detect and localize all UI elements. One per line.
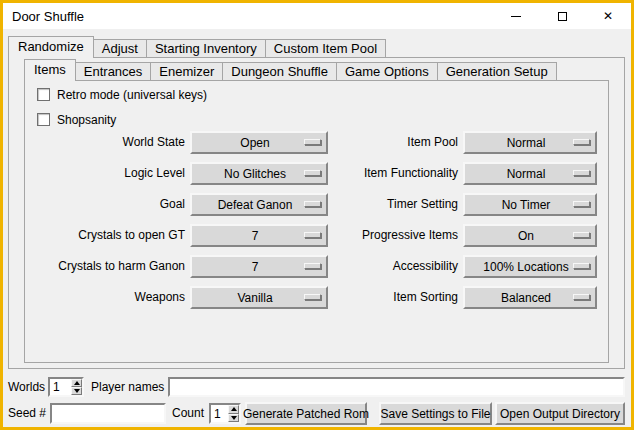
close-icon: ✕ (603, 10, 613, 22)
tab-adjust[interactable]: Adjust (93, 39, 147, 58)
tab-randomize[interactable]: Randomize (8, 36, 94, 58)
item-functionality-value: Normal (507, 167, 546, 181)
item-pool-value: Normal (507, 136, 546, 150)
generate-patched-rom-button[interactable]: Generate Patched Rom (245, 402, 367, 425)
titlebar[interactable]: Door Shuffle ✕ (3, 3, 631, 29)
accessibility-value: 100% Locations (483, 260, 568, 274)
spinner-up-icon[interactable] (71, 379, 82, 387)
item-functionality-label: Item Functionality (298, 162, 458, 185)
progressive-items-label: Progressive Items (298, 224, 458, 247)
tab-generation-setup[interactable]: Generation Setup (437, 62, 557, 81)
logic-level-label: Logic Level (21, 162, 185, 185)
progressive-items-value: On (518, 229, 534, 243)
seed-input[interactable] (50, 403, 166, 424)
item-functionality-dropdown[interactable]: Normal (463, 162, 597, 185)
tab-starting-inventory[interactable]: Starting Inventory (146, 39, 266, 58)
count-spinner-arrows (228, 405, 239, 422)
item-pool-label: Item Pool (298, 131, 458, 154)
maximize-icon (558, 12, 567, 21)
retro-mode-row[interactable]: Retro mode (universal keys) (37, 86, 207, 103)
worlds-label: Worlds (8, 377, 45, 397)
spinner-down-icon[interactable] (71, 387, 82, 395)
weapons-label: Weapons (21, 286, 185, 309)
save-settings-button[interactable]: Save Settings to File (379, 402, 492, 425)
open-output-directory-button[interactable]: Open Output Directory (495, 402, 625, 425)
close-button[interactable]: ✕ (585, 3, 631, 29)
window-controls: ✕ (493, 3, 631, 29)
seed-label: Seed # (8, 402, 46, 425)
dropdown-handle-icon (573, 232, 590, 238)
crystals-gt-label: Crystals to open GT (21, 224, 185, 247)
tab-dungeon-shuffle[interactable]: Dungeon Shuffle (222, 62, 337, 81)
app-window: Door Shuffle ✕ Randomize Adjust Starting… (0, 0, 634, 430)
goal-value: Defeat Ganon (218, 198, 293, 212)
player-names-input[interactable] (168, 377, 625, 397)
shopsanity-checkbox[interactable] (37, 113, 50, 126)
minimize-button[interactable] (493, 3, 539, 29)
maximize-button[interactable] (539, 3, 585, 29)
accessibility-label: Accessibility (298, 255, 458, 278)
player-names-label: Player names (91, 377, 164, 397)
count-label: Count (172, 402, 204, 425)
minimize-icon (511, 16, 521, 17)
settings-tab-bar: Items Entrances Enemizer Dungeon Shuffle… (24, 59, 557, 81)
worlds-value: 1 (50, 379, 71, 395)
retro-mode-checkbox[interactable] (37, 88, 50, 101)
count-value: 1 (211, 405, 228, 422)
logic-level-value: No Glitches (224, 167, 286, 181)
tab-items[interactable]: Items (24, 59, 76, 81)
dropdown-handle-icon (573, 170, 590, 176)
item-sorting-value: Balanced (501, 291, 551, 305)
tab-game-options[interactable]: Game Options (336, 62, 438, 81)
tab-custom-item-pool[interactable]: Custom Item Pool (265, 39, 386, 58)
spinner-up-icon[interactable] (228, 405, 239, 414)
window-content: Randomize Adjust Starting Inventory Cust… (3, 29, 631, 427)
tab-entrances[interactable]: Entrances (75, 62, 152, 81)
dropdown-handle-icon (573, 263, 590, 269)
spinner-down-icon[interactable] (228, 414, 239, 423)
progressive-items-dropdown[interactable]: On (463, 224, 597, 247)
accessibility-dropdown[interactable]: 100% Locations (463, 255, 597, 278)
timer-setting-value: No Timer (502, 198, 551, 212)
tab-enemizer[interactable]: Enemizer (150, 62, 223, 81)
count-spinner[interactable]: 1 (209, 403, 241, 424)
worlds-spinner-arrows (71, 379, 82, 395)
dropdown-handle-icon (573, 294, 590, 300)
world-state-value: Open (240, 136, 269, 150)
dropdown-handle-icon (573, 201, 590, 207)
crystals-gt-value: 7 (252, 229, 259, 243)
item-sorting-dropdown[interactable]: Balanced (463, 286, 597, 309)
main-tab-bar: Randomize Adjust Starting Inventory Cust… (8, 36, 386, 58)
dropdown-handle-icon (573, 139, 590, 145)
timer-setting-label: Timer Setting (298, 193, 458, 216)
window-title: Door Shuffle (3, 9, 84, 24)
crystals-ganon-value: 7 (252, 260, 259, 274)
goal-label: Goal (21, 193, 185, 216)
timer-setting-dropdown[interactable]: No Timer (463, 193, 597, 216)
item-sorting-label: Item Sorting (298, 286, 458, 309)
retro-mode-label: Retro mode (universal keys) (57, 88, 207, 102)
shopsanity-label: Shopsanity (57, 113, 116, 127)
weapons-value: Vanilla (237, 291, 272, 305)
world-state-label: World State (21, 131, 185, 154)
shopsanity-row[interactable]: Shopsanity (37, 111, 116, 128)
worlds-spinner[interactable]: 1 (48, 377, 84, 397)
item-pool-dropdown[interactable]: Normal (463, 131, 597, 154)
crystals-ganon-label: Crystals to harm Ganon (21, 255, 185, 278)
